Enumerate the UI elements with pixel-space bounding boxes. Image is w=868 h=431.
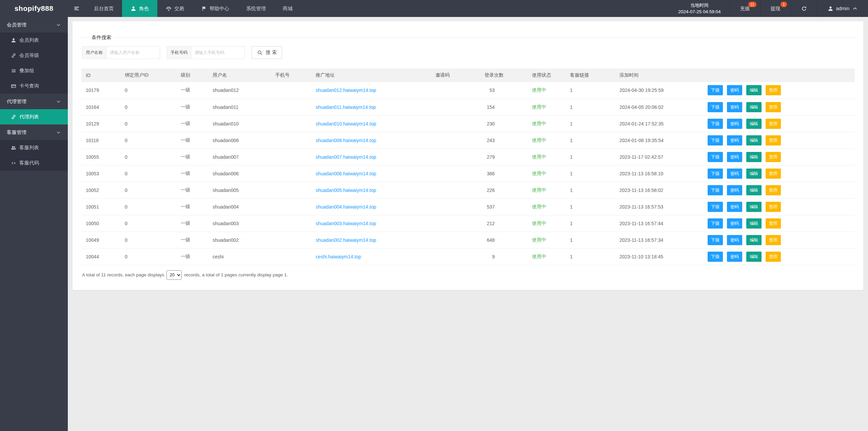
sidebar-item-member-level[interactable]: 会员等级 (0, 48, 68, 63)
promo-link[interactable]: shuadan012.haiwaiym14.top (316, 87, 376, 93)
password-button[interactable]: 密码 (727, 185, 742, 195)
sidebar-group-label: 客服管理 (7, 129, 26, 136)
promo-link[interactable]: shuadan004.haiwaiym14.top (316, 204, 376, 210)
sidebar-item-agent-list[interactable]: 代理列表 (0, 109, 68, 124)
nav-item-home[interactable]: 后台首页 (85, 0, 122, 17)
password-button[interactable]: 密码 (727, 252, 742, 262)
subordinate-button[interactable]: 下级 (708, 169, 723, 179)
sidebar-group-member-management[interactable]: 会员管理 (0, 17, 68, 33)
sidebar-group-support-management[interactable]: 客服管理 (0, 124, 68, 140)
sidebar-item-support-code[interactable]: 客服代码 (0, 155, 68, 171)
edit-button[interactable]: 编辑 (746, 152, 762, 162)
edit-button[interactable]: 编辑 (746, 252, 762, 262)
nav-item-help-center[interactable]: 帮助中心 (193, 0, 238, 17)
cell-cs-link: 1 (566, 248, 615, 265)
password-button[interactable]: 密码 (727, 135, 742, 145)
subordinate-button[interactable]: 下级 (708, 102, 723, 112)
disable-button[interactable]: 禁用 (766, 102, 781, 112)
edit-button[interactable]: 编辑 (746, 169, 762, 179)
edit-button[interactable]: 编辑 (746, 85, 762, 95)
password-button[interactable]: 密码 (727, 119, 742, 129)
user-icon (131, 6, 136, 12)
column-header-0: ID (81, 68, 120, 82)
password-button[interactable]: 密码 (727, 152, 742, 162)
subordinate-button[interactable]: 下级 (708, 135, 723, 145)
password-button[interactable]: 密码 (727, 202, 742, 212)
card-icon (11, 83, 16, 89)
nav-item-trade[interactable]: 交易 (157, 0, 193, 17)
cell-id: 10051 (81, 198, 120, 215)
edit-button[interactable]: 编辑 (746, 235, 762, 245)
promo-link[interactable]: shuadan002.haiwaiym14.top (316, 237, 376, 243)
password-button[interactable]: 密码 (727, 169, 742, 179)
promo-link[interactable]: shuadan010.haiwaiym14.top (316, 121, 376, 126)
password-button[interactable]: 密码 (727, 102, 742, 112)
sidebar-group-agent-management[interactable]: 代理管理 (0, 94, 68, 109)
disable-button[interactable]: 禁用 (766, 85, 781, 95)
subordinate-button[interactable]: 下级 (708, 235, 723, 245)
cell-level: 一级 (176, 232, 208, 248)
sidebar-item-support-list[interactable]: 客服列表 (0, 140, 68, 155)
phone-input[interactable] (191, 46, 245, 59)
disable-button[interactable]: 禁用 (766, 252, 781, 262)
user-icon (828, 6, 833, 12)
username-input[interactable] (106, 46, 160, 59)
cell-id: 10050 (81, 215, 120, 232)
subordinate-button[interactable]: 下级 (708, 119, 723, 129)
cell-phone (271, 198, 311, 215)
edit-button[interactable]: 编辑 (746, 119, 762, 129)
subordinate-button[interactable]: 下级 (708, 252, 723, 262)
subordinate-button[interactable]: 下级 (708, 218, 723, 229)
edit-button[interactable]: 编辑 (746, 185, 762, 195)
subordinate-button[interactable]: 下级 (708, 185, 723, 195)
password-button[interactable]: 密码 (727, 85, 742, 95)
disable-button[interactable]: 禁用 (766, 218, 781, 229)
password-button[interactable]: 密码 (727, 218, 742, 229)
disable-button[interactable]: 禁用 (766, 119, 781, 129)
sidebar-toggle-button[interactable] (68, 0, 85, 17)
withdraw-button[interactable]: 提现 1 (760, 0, 791, 17)
page-size-select[interactable]: 20 (166, 270, 182, 280)
nav-item-roles[interactable]: 角色 (122, 0, 157, 17)
sidebar: 会员管理会员列表会员等级叠加组卡号查询代理管理代理列表客服管理客服列表客服代码 (0, 17, 68, 431)
sidebar-item-stack-group[interactable]: 叠加组 (0, 63, 68, 78)
password-button[interactable]: 密码 (727, 235, 742, 245)
cell-cs-link: 1 (566, 149, 615, 165)
cell-cs-link: 1 (566, 198, 615, 215)
cell-invite-code (431, 182, 480, 198)
promo-link[interactable]: shuadan007.haiwaiym14.top (316, 154, 376, 160)
edit-button[interactable]: 编辑 (746, 135, 762, 145)
nav-item-system-management[interactable]: 系统管理 (238, 0, 274, 17)
promo-link[interactable]: shuadan005.haiwaiym14.top (316, 188, 376, 193)
sidebar-item-member-list[interactable]: 会员列表 (0, 33, 68, 48)
search-button[interactable]: 搜 索 (252, 46, 282, 59)
disable-button[interactable]: 禁用 (766, 152, 781, 162)
cell-bind-id: 0 (120, 248, 176, 265)
disable-button[interactable]: 禁用 (766, 185, 781, 195)
promo-link[interactable]: ceshi.haiwaiym14.top (316, 254, 361, 259)
promo-link[interactable]: shuadan011.haiwaiym14.top (316, 104, 376, 110)
edit-button[interactable]: 编辑 (746, 218, 762, 229)
promo-link[interactable]: shuadan008.haiwaiym14.top (316, 138, 376, 143)
disable-button[interactable]: 禁用 (766, 135, 781, 145)
cell-invite-code (431, 248, 480, 265)
refresh-button[interactable] (791, 0, 817, 17)
disable-button[interactable]: 禁用 (766, 235, 781, 245)
sidebar-item-label: 代理列表 (19, 114, 39, 120)
promo-link[interactable]: shuadan006.haiwaiym14.top (316, 171, 376, 176)
edit-button[interactable]: 编辑 (746, 102, 762, 112)
disable-button[interactable]: 禁用 (766, 169, 781, 179)
subordinate-button[interactable]: 下级 (708, 152, 723, 162)
cell-added-time: 2023-11-13 16:57:53 (615, 198, 703, 215)
cell-username: shuadan005 (208, 182, 271, 198)
sidebar-item-card-lookup[interactable]: 卡号查询 (0, 78, 68, 94)
promo-link[interactable]: shuadan003.haiwaiym14.top (316, 221, 376, 226)
subordinate-button[interactable]: 下级 (708, 202, 723, 212)
recharge-button[interactable]: 充值 11 (730, 0, 760, 17)
subordinate-button[interactable]: 下级 (708, 85, 723, 95)
nav-item-mall[interactable]: 商城 (274, 0, 301, 17)
disable-button[interactable]: 禁用 (766, 202, 781, 212)
cell-added-time: 2023-11-13 16:57:44 (615, 215, 703, 232)
edit-button[interactable]: 编辑 (746, 202, 762, 212)
user-menu[interactable]: admin (817, 0, 868, 17)
